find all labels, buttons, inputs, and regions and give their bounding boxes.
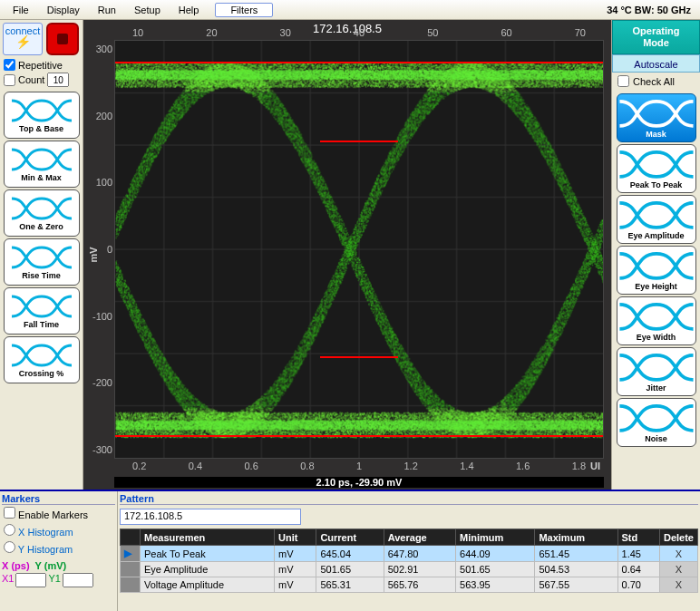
delete-row-button[interactable]: X xyxy=(659,577,697,593)
menu-run[interactable]: Run xyxy=(89,3,125,17)
meas-btn-top-base[interactable]: Top & Base xyxy=(4,92,80,139)
left-sidebar: connect⚡ Repetitive Count Top & BaseMin … xyxy=(0,20,83,490)
status-temp-bw: 34 °C BW: 50 GHz xyxy=(607,5,696,15)
menu-display[interactable]: Display xyxy=(38,3,89,17)
pattern-panel: Pattern 172.16.108.5 MeasuremenUnitCurre… xyxy=(118,491,700,611)
meas-btn-one-zero[interactable]: One & Zero xyxy=(4,189,80,237)
x-axis-unit: UI xyxy=(590,461,600,471)
eye-diagram-area: 172.16.108.5 10203040506070 3002001000-1… xyxy=(83,20,611,490)
pattern-title: Pattern xyxy=(120,493,698,505)
table-row[interactable]: Voltage AmplitudemV565.31565.76 563.9556… xyxy=(121,577,698,593)
markers-title: Markers xyxy=(2,493,115,505)
right-btn-eye-height[interactable]: Eye Height xyxy=(617,246,696,295)
repetitive-checkbox[interactable]: Repetitive xyxy=(0,58,83,72)
markers-panel: Markers Enable Markers X Histogram Y His… xyxy=(0,491,118,611)
count-input[interactable] xyxy=(47,73,69,87)
right-btn-eye-amplitude[interactable]: Eye Amplitude xyxy=(617,195,696,244)
operating-mode-button[interactable]: OperatingMode xyxy=(612,20,700,54)
x1-input[interactable] xyxy=(15,573,46,587)
meas-btn-crossing-[interactable]: Crossing % xyxy=(4,336,80,383)
table-row[interactable]: ▶ Peak To PeakmV645.04647.80 644.09651.4… xyxy=(121,546,698,562)
delete-row-button[interactable]: X xyxy=(659,562,697,577)
menu-help[interactable]: Help xyxy=(170,3,209,17)
cursor-readout: 2.10 ps, -29.90 mV xyxy=(114,477,604,488)
table-row[interactable]: Eye AmplitudemV501.65502.91 501.65504.53… xyxy=(121,562,698,577)
right-btn-mask[interactable]: Mask xyxy=(617,93,696,142)
pattern-ip-field[interactable]: 172.16.108.5 xyxy=(120,509,301,525)
right-btn-eye-width[interactable]: Eye Width xyxy=(617,296,696,345)
eye-plot[interactable] xyxy=(114,40,604,459)
y1-input[interactable] xyxy=(63,573,93,587)
right-btn-noise[interactable]: Noise xyxy=(617,398,696,447)
meas-btn-min-max[interactable]: Min & Max xyxy=(4,141,80,188)
menu-file[interactable]: File xyxy=(4,3,38,17)
delete-row-button[interactable]: X xyxy=(659,546,697,562)
menu-setup[interactable]: Setup xyxy=(125,3,170,17)
x-histogram-radio[interactable]: X Histogram xyxy=(2,522,115,539)
stop-button[interactable] xyxy=(46,23,79,55)
right-btn-peak-to-peak[interactable]: Peak To Peak xyxy=(617,144,696,193)
right-sidebar: OperatingMode Autoscale Check All MaskPe… xyxy=(611,20,700,490)
enable-markers-checkbox[interactable]: Enable Markers xyxy=(2,505,115,522)
meas-btn-fall-time[interactable]: Fall Time xyxy=(4,287,80,335)
menubar: File Display Run Setup Help Filters 34 °… xyxy=(0,0,700,20)
count-checkbox[interactable]: Count xyxy=(0,72,83,88)
plug-icon: ⚡ xyxy=(4,36,42,47)
connect-button[interactable]: connect⚡ xyxy=(3,23,43,55)
check-all-checkbox[interactable]: Check All xyxy=(612,73,700,90)
meas-btn-rise-time[interactable]: Rise Time xyxy=(4,238,80,286)
right-btn-jitter[interactable]: Jitter xyxy=(617,347,696,396)
y-histogram-radio[interactable]: Y Histogram xyxy=(2,539,115,557)
measurements-table: MeasuremenUnitCurrentAverageMinimumMaxim… xyxy=(120,529,698,593)
filters-button[interactable]: Filters xyxy=(215,3,273,17)
autoscale-button[interactable]: Autoscale xyxy=(612,54,700,73)
y-axis-unit: mV xyxy=(88,247,99,262)
